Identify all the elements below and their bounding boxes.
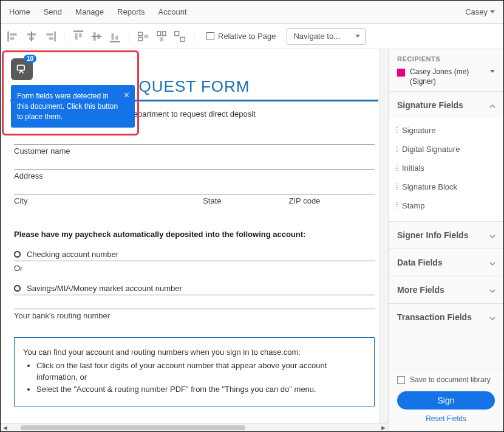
svg-rect-26 — [18, 65, 25, 70]
svg-rect-3 — [31, 31, 32, 41]
field-signature-block[interactable]: Signature Block — [389, 177, 503, 196]
horizontal-scrollbar[interactable]: ◀ ▶ — [1, 423, 388, 431]
svg-rect-10 — [75, 33, 78, 39]
relative-label: Relative to Page — [218, 32, 276, 41]
detect-fields-tooltip: Form fields were detected in this docume… — [11, 85, 135, 128]
chevron-down-icon — [489, 232, 495, 238]
svg-rect-23 — [160, 37, 163, 41]
detect-fields-button[interactable]: 10 — [11, 58, 33, 80]
close-icon[interactable]: ✕ — [123, 90, 130, 101]
or-label: Or — [14, 264, 375, 273]
align-middle-icon[interactable] — [90, 30, 103, 43]
svg-rect-12 — [92, 35, 102, 36]
svg-rect-21 — [157, 31, 161, 35]
svg-rect-11 — [79, 33, 81, 37]
chevron-down-icon — [489, 259, 495, 266]
badge-count: 10 — [24, 55, 36, 63]
svg-rect-22 — [162, 31, 166, 35]
nav-home[interactable]: Home — [9, 7, 30, 16]
svg-rect-15 — [110, 41, 120, 42]
field-initials[interactable]: Initials — [389, 159, 503, 177]
user-menu[interactable]: Casey — [465, 7, 495, 16]
field-signature[interactable]: Signature — [389, 121, 503, 140]
recipient-item[interactable]: Casey Jones (me) (Signer) — [397, 67, 495, 86]
toolbar: Relative to Page Navigate to... — [1, 24, 503, 49]
accordion-signer-info[interactable]: Signer Info Fields — [389, 222, 503, 249]
svg-rect-2 — [10, 37, 15, 39]
accordion-transaction-fields[interactable]: Transaction Fields — [389, 304, 503, 331]
scroll-left-icon[interactable]: ◀ — [1, 425, 10, 431]
svg-rect-14 — [97, 33, 100, 38]
accordion-signature-fields[interactable]: Signature Fields — [389, 92, 503, 118]
svg-rect-5 — [29, 37, 34, 39]
chevron-up-icon — [489, 102, 495, 108]
nav-account[interactable]: Account — [158, 7, 187, 16]
navigate-label: Navigate to... — [293, 32, 340, 41]
field-routing: Your bank's routing number — [14, 309, 375, 320]
scroll-thumb[interactable] — [21, 425, 245, 430]
accordion-data-fields[interactable]: Data Fields — [389, 249, 503, 276]
nav-send[interactable]: Send — [44, 7, 62, 16]
radio-icon[interactable] — [14, 251, 21, 258]
accordion-more-fields[interactable]: More Fields — [389, 276, 503, 303]
align-center-h-icon[interactable] — [25, 30, 38, 43]
svg-rect-4 — [27, 33, 36, 35]
svg-rect-8 — [49, 37, 53, 39]
recipient-color-swatch — [397, 69, 405, 77]
save-to-library[interactable]: Save to document library — [397, 375, 495, 384]
svg-rect-25 — [180, 37, 185, 41]
chevron-down-icon — [489, 287, 495, 293]
document-area: 10 Form fields were detected in this doc… — [1, 49, 388, 431]
checkbox-icon — [206, 32, 214, 40]
caret-down-icon — [355, 35, 360, 38]
highlight-box: 10 Form fields were detected in this doc… — [2, 50, 139, 135]
svg-rect-0 — [7, 31, 9, 41]
caret-down-icon — [490, 70, 495, 73]
caret-down-icon — [490, 10, 495, 13]
svg-rect-7 — [47, 33, 53, 35]
nav-reports[interactable]: Reports — [117, 7, 145, 16]
svg-rect-13 — [94, 32, 96, 41]
sign-button[interactable]: Sign — [397, 391, 495, 410]
recipient-name: Casey Jones (me) (Signer) — [410, 67, 485, 86]
option-savings: Savings/MIA/Money market account number — [14, 284, 375, 295]
reset-fields-link[interactable]: Reset Fields — [397, 414, 495, 423]
top-nav: Home Send Manage Reports Account Casey — [1, 1, 503, 24]
navigate-dropdown[interactable]: Navigate to... — [287, 28, 366, 45]
field-digital-signature[interactable]: Digital Signature — [389, 140, 503, 159]
sidebar: RECIPIENTS Casey Jones (me) (Signer) Sig… — [388, 49, 503, 431]
svg-rect-18 — [138, 32, 143, 36]
radio-icon[interactable] — [14, 285, 21, 292]
align-left-icon[interactable] — [7, 30, 20, 43]
svg-rect-16 — [112, 33, 114, 39]
svg-rect-24 — [175, 31, 179, 35]
same-height-icon[interactable] — [155, 30, 168, 43]
vertical-scrollbar[interactable] — [380, 49, 388, 423]
recipients-label: RECIPIENTS — [397, 55, 495, 63]
field-city-state-zip: City State ZIP code — [14, 194, 375, 205]
align-bottom-icon[interactable] — [108, 30, 121, 43]
svg-rect-17 — [115, 35, 118, 39]
same-width-icon[interactable] — [137, 30, 150, 43]
nav-manage[interactable]: Manage — [75, 7, 104, 16]
user-name: Casey — [465, 7, 488, 16]
checkbox-icon — [397, 376, 405, 384]
field-address: Address — [14, 169, 375, 180]
svg-rect-1 — [10, 33, 17, 35]
option-checking: Checking account number — [14, 250, 375, 261]
info-note: You can find your account and routing nu… — [14, 337, 375, 406]
align-right-icon[interactable] — [43, 30, 56, 43]
same-size-icon[interactable] — [173, 30, 186, 43]
svg-rect-19 — [138, 37, 143, 41]
relative-to-page[interactable]: Relative to Page — [206, 32, 276, 41]
field-stamp[interactable]: Stamp — [389, 196, 503, 215]
tooltip-text: Form fields were detected in this docume… — [17, 92, 118, 121]
chevron-down-icon — [489, 314, 495, 320]
svg-rect-6 — [55, 31, 56, 41]
deposit-instruction: Please have my paycheck automatically de… — [14, 230, 375, 239]
scroll-right-icon[interactable]: ▶ — [379, 425, 388, 431]
field-customer: Customer name — [14, 144, 375, 156]
svg-rect-20 — [144, 35, 148, 38]
align-top-icon[interactable] — [72, 30, 85, 43]
svg-rect-9 — [73, 30, 84, 32]
